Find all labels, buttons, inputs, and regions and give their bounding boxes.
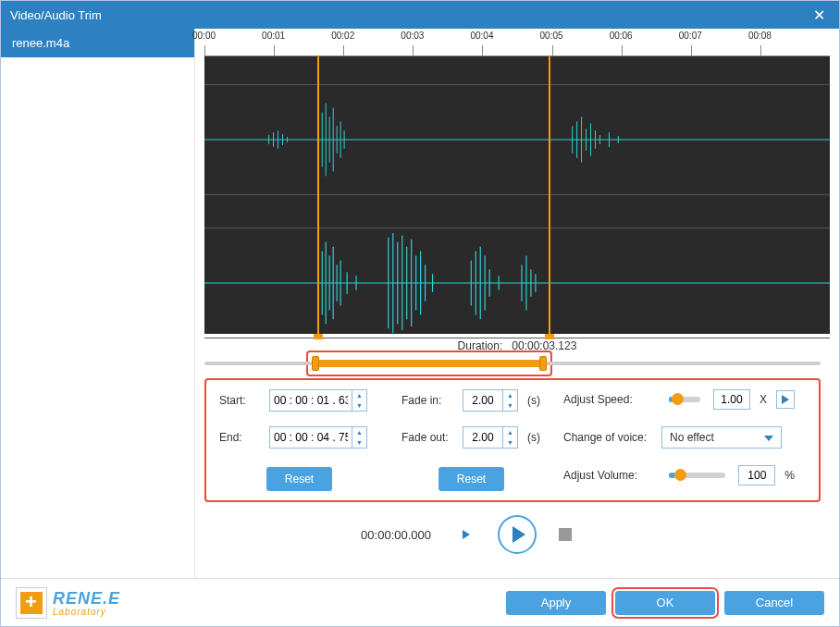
scrub-bar[interactable] [204, 354, 821, 373]
voice-row: Change of voice: No effect [563, 426, 795, 449]
speed-row: Adjust Speed: X [563, 389, 795, 410]
content-area: 00:0000:0100:0200:0300:0400:0500:0600:07… [195, 29, 839, 578]
fadeout-spinner[interactable]: ▲▼ [463, 426, 518, 449]
volume-input[interactable] [738, 465, 775, 486]
fadeout-down-icon[interactable]: ▼ [503, 437, 517, 448]
timeline-tick: 00:02 [343, 45, 413, 56]
apply-button[interactable]: Apply [506, 591, 606, 615]
logo: RENE.E Laboratory [16, 587, 120, 619]
scrub-selection[interactable] [315, 360, 543, 367]
end-spinner[interactable]: ▲▼ [269, 426, 367, 449]
logo-line1: RENE.E [53, 589, 120, 609]
playback-row: 00:00:00.000 [195, 510, 830, 563]
waveform-display[interactable] [204, 56, 830, 334]
start-input[interactable] [270, 392, 352, 409]
voice-label: Change of voice: [563, 431, 656, 444]
timeline-tick: 00:08 [760, 45, 830, 56]
timeline-tick: 00:07 [691, 45, 760, 56]
play-small-icon [463, 530, 470, 539]
fadein-row: Fade in: ▲▼ (s) [401, 389, 541, 412]
timeline-tick: 00:04 [482, 45, 551, 56]
fadeout-unit: (s) [527, 431, 540, 444]
playback-position: 00:00:00.000 [283, 528, 431, 542]
end-row: End: ▲▼ [219, 426, 379, 449]
window-title: Video/Audio Trim [10, 8, 808, 22]
fadein-spinner[interactable]: ▲▼ [463, 389, 518, 412]
timeline-tick: 00:00 [204, 45, 274, 56]
main-area: renee.m4a 00:0000:0100:0200:0300:0400:05… [1, 29, 839, 578]
end-input[interactable] [270, 429, 352, 446]
waveform-channel-bottom [204, 227, 830, 338]
scrub-handle-end[interactable] [539, 356, 547, 371]
volume-unit: % [784, 469, 795, 482]
selection-end-marker[interactable] [549, 56, 550, 334]
selection-start-marker[interactable] [317, 56, 319, 334]
speed-unit: X [760, 393, 767, 406]
adjust-column: Adjust Speed: X Change of voice: No effe… [552, 389, 806, 491]
reset-time-button[interactable]: Reset [266, 467, 332, 491]
stop-button[interactable] [559, 528, 572, 541]
set-position-button[interactable] [457, 525, 476, 544]
fadeout-up-icon[interactable]: ▲ [503, 427, 517, 437]
settings-panel: Start: ▲▼ End: ▲▼ Reset [204, 378, 821, 502]
fadein-label: Fade in: [401, 394, 457, 407]
cancel-button[interactable]: Cancel [724, 591, 824, 615]
fadeout-input[interactable] [463, 429, 502, 446]
duration-label: Duration: [458, 339, 503, 352]
volume-row: Adjust Volume: % [563, 465, 795, 486]
voice-dropdown[interactable]: No effect [661, 426, 782, 449]
waveform-channel-top [204, 84, 830, 195]
timeline-tick: 00:05 [552, 45, 622, 56]
play-big-icon [513, 526, 525, 543]
volume-label: Adjust Volume: [563, 469, 656, 482]
logo-text: RENE.E Laboratory [53, 589, 120, 617]
volume-slider[interactable] [669, 473, 725, 478]
start-row: Start: ▲▼ [219, 389, 379, 412]
scrub-handle-start[interactable] [312, 356, 319, 371]
play-icon [782, 395, 789, 404]
fadein-unit: (s) [527, 394, 540, 407]
speed-label: Adjust Speed: [563, 393, 656, 406]
time-column: Start: ▲▼ End: ▲▼ Reset [219, 389, 390, 491]
timeline-ruler[interactable]: 00:0000:0100:0200:0300:0400:0500:0600:07… [204, 29, 830, 56]
speed-input[interactable] [713, 389, 750, 410]
reset-fade-button[interactable]: Reset [439, 467, 504, 491]
play-button[interactable] [498, 515, 537, 554]
end-down-icon[interactable]: ▼ [352, 437, 366, 448]
trim-window: Video/Audio Trim ✕ renee.m4a 00:0000:010… [0, 0, 840, 627]
ok-button[interactable]: OK [615, 591, 715, 615]
close-icon[interactable]: ✕ [808, 4, 830, 26]
fadein-up-icon[interactable]: ▲ [503, 390, 517, 400]
sidebar-file-item[interactable]: renee.m4a [1, 29, 194, 57]
end-label: End: [219, 431, 264, 444]
timeline-tick: 00:03 [413, 45, 482, 56]
fadeout-label: Fade out: [401, 431, 457, 444]
end-up-icon[interactable]: ▲ [352, 427, 366, 437]
fadeout-row: Fade out: ▲▼ (s) [401, 426, 541, 449]
fade-column: Fade in: ▲▼ (s) Fade out: ▲▼ (s) [390, 389, 552, 491]
start-down-icon[interactable]: ▼ [352, 400, 366, 411]
start-spinner[interactable]: ▲▼ [269, 389, 367, 412]
timeline-tick: 00:06 [622, 45, 691, 56]
title-bar: Video/Audio Trim ✕ [1, 1, 839, 29]
fadein-input[interactable] [463, 392, 502, 409]
footer-bar: RENE.E Laboratory Apply OK Cancel [1, 578, 839, 626]
speed-slider[interactable] [669, 397, 700, 402]
fadein-down-icon[interactable]: ▼ [503, 400, 517, 411]
file-sidebar: renee.m4a [1, 29, 195, 578]
voice-value: No effect [670, 431, 714, 444]
duration-value: 00:00:03.123 [512, 339, 576, 352]
logo-icon [16, 587, 47, 619]
start-up-icon[interactable]: ▲ [352, 390, 366, 400]
speed-preview-button[interactable] [776, 390, 795, 409]
start-label: Start: [219, 394, 264, 407]
timeline-tick: 00:01 [274, 45, 343, 56]
